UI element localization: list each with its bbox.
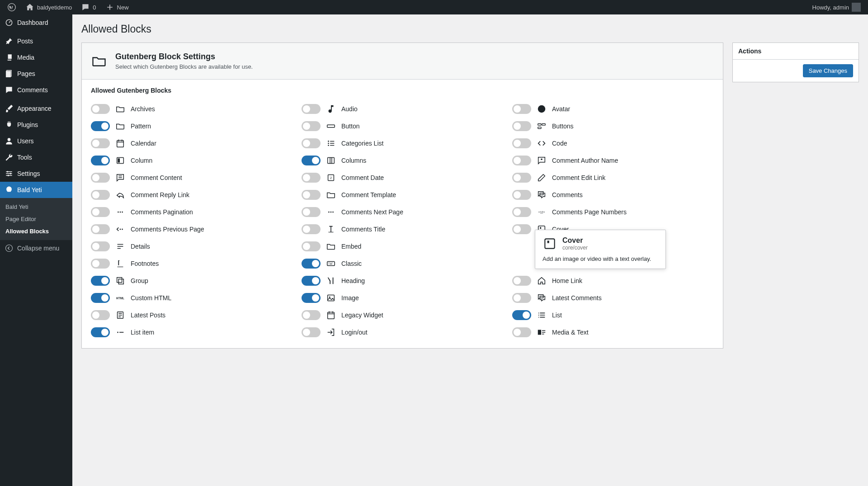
- block-toggle[interactable]: [512, 310, 531, 320]
- block-label: Media & Text: [552, 329, 589, 336]
- sidebar-item-bald-yeti[interactable]: Bald Yeti: [0, 182, 72, 198]
- sidebar-item-settings[interactable]: Settings: [0, 165, 72, 182]
- block-toggle[interactable]: [91, 156, 110, 165]
- block-toggle[interactable]: [512, 224, 531, 234]
- block-label: Code: [552, 140, 567, 147]
- sidebar-item-comments[interactable]: Comments: [0, 82, 72, 98]
- block-label: Column: [131, 157, 152, 164]
- block-toggle[interactable]: [91, 276, 110, 286]
- sidebar-item-tools[interactable]: Tools: [0, 149, 72, 165]
- block-toggle[interactable]: [512, 138, 531, 148]
- block-row-embed: Embed: [302, 238, 503, 255]
- block-toggle[interactable]: [302, 121, 321, 131]
- block-toggle[interactable]: [302, 276, 321, 286]
- block-toggle[interactable]: [91, 104, 110, 114]
- block-row-comments-page-numbers: Comments Page Numbers: [512, 203, 714, 221]
- block-toggle[interactable]: [512, 190, 531, 200]
- wp-logo[interactable]: [4, 0, 20, 14]
- new-link[interactable]: New: [102, 0, 132, 14]
- block-toggle[interactable]: [91, 138, 110, 148]
- block-toggle[interactable]: [91, 310, 110, 320]
- block-row-comments-previous-page: Comments Previous Page: [91, 221, 292, 238]
- block-toggle[interactable]: [512, 207, 531, 217]
- menu-label: Pages: [17, 70, 35, 77]
- sidebar-item-pages[interactable]: Pages: [0, 66, 72, 82]
- block-toggle[interactable]: [91, 293, 110, 303]
- block-toggle[interactable]: [302, 327, 321, 337]
- pin-icon: [5, 37, 14, 46]
- block-toggle[interactable]: [91, 190, 110, 200]
- block-toggle[interactable]: [91, 241, 110, 251]
- block-row-comments-title: Comments Title: [302, 221, 503, 238]
- block-toggle[interactable]: [512, 276, 531, 286]
- sidebar-item-media[interactable]: Media: [0, 49, 72, 66]
- sidebar-item-plugins[interactable]: Plugins: [0, 117, 72, 133]
- submenu-item-bald-yeti[interactable]: Bald Yeti: [0, 201, 72, 213]
- dots-icon: [115, 207, 125, 217]
- block-toggle[interactable]: [91, 207, 110, 217]
- sidebar-item-dashboard[interactable]: Dashboard: [0, 14, 72, 31]
- submenu-item-allowed-blocks[interactable]: Allowed Blocks: [0, 225, 72, 237]
- card-header-icon: [91, 53, 107, 69]
- block-row-pattern: Pattern: [91, 118, 292, 135]
- posts-icon: [115, 310, 125, 320]
- comments-link[interactable]: 0: [77, 0, 99, 14]
- block-toggle[interactable]: [512, 104, 531, 114]
- block-toggle[interactable]: [512, 173, 531, 183]
- block-toggle[interactable]: [91, 224, 110, 234]
- brush-icon: [5, 104, 14, 113]
- block-toggle[interactable]: [302, 224, 321, 234]
- save-button[interactable]: Save Changes: [803, 64, 853, 77]
- block-label: Login/out: [341, 329, 368, 336]
- reply-icon: [115, 190, 125, 200]
- settings-card: Gutenberg Block Settings Select which Gu…: [81, 42, 723, 349]
- block-toggle[interactable]: [91, 259, 110, 269]
- block-row-classic: Classic: [302, 255, 503, 272]
- block-row-footnotes: Footnotes: [91, 255, 292, 272]
- block-toggle[interactable]: [302, 241, 321, 251]
- block-toggle[interactable]: [302, 207, 321, 217]
- block-toggle[interactable]: [302, 190, 321, 200]
- block-row-categories-list: Categories List: [302, 135, 503, 152]
- block-row-cover: Cover Cover core/cover Add an image or v…: [512, 221, 714, 238]
- block-row-avatar: Avatar: [512, 100, 714, 118]
- block-row-audio: Audio: [302, 100, 503, 118]
- block-toggle[interactable]: [302, 293, 321, 303]
- sidebar-item-users[interactable]: Users: [0, 133, 72, 149]
- comment-date-icon: [326, 173, 336, 183]
- block-row-comments-next-page: Comments Next Page: [302, 203, 503, 221]
- block-toggle[interactable]: [302, 310, 321, 320]
- site-link[interactable]: baldyetidemo: [22, 0, 75, 14]
- howdy-link[interactable]: Howdy, admin: [809, 0, 864, 14]
- page-nums-icon: [537, 207, 547, 217]
- block-row-list-item: List item: [91, 324, 292, 341]
- block-toggle[interactable]: [512, 121, 531, 131]
- sidebar-item-appearance[interactable]: Appearance: [0, 100, 72, 117]
- block-toggle[interactable]: [512, 156, 531, 165]
- menu-label: Comments: [17, 86, 48, 94]
- block-toggle[interactable]: [91, 327, 110, 337]
- block-toggle[interactable]: [512, 293, 531, 303]
- block-toggle[interactable]: [302, 104, 321, 114]
- block-toggle[interactable]: [302, 138, 321, 148]
- home-icon: [25, 3, 34, 12]
- submenu: Bald YetiPage EditorAllowed Blocks: [0, 198, 72, 240]
- sidebar-item-posts[interactable]: Posts: [0, 33, 72, 49]
- block-label: Comments Pagination: [131, 208, 193, 216]
- plus-icon: [105, 3, 114, 12]
- block-toggle[interactable]: [302, 173, 321, 183]
- submenu-item-page-editor[interactable]: Page Editor: [0, 213, 72, 225]
- block-toggle[interactable]: [91, 173, 110, 183]
- collapse-menu[interactable]: Collapse menu: [0, 240, 72, 256]
- block-label: Classic: [341, 260, 362, 267]
- block-toggle[interactable]: [302, 259, 321, 269]
- block-row-columns: Columns: [302, 152, 503, 169]
- block-toggle[interactable]: [512, 327, 531, 337]
- block-label: Image: [341, 294, 359, 302]
- block-label: Latest Comments: [552, 294, 602, 302]
- block-row-comments: Comments: [512, 186, 714, 203]
- details-icon: [115, 241, 125, 251]
- avatar-icon: [537, 104, 547, 114]
- block-toggle[interactable]: [302, 156, 321, 165]
- block-toggle[interactable]: [91, 121, 110, 131]
